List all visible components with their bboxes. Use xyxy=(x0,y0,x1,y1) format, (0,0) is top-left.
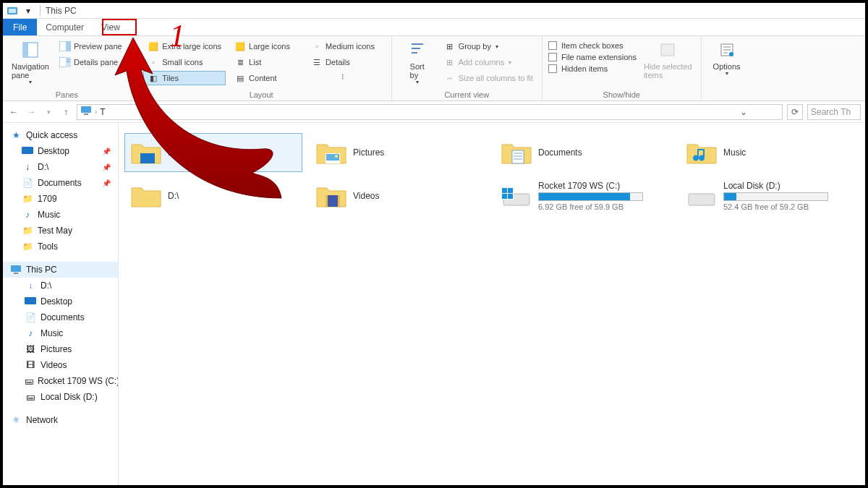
tab-file[interactable]: File xyxy=(3,19,37,35)
folder-desktop-icon xyxy=(130,138,162,167)
drive-d-icon xyxy=(686,181,718,210)
sidebar-item-music[interactable]: ♪Music xyxy=(3,207,118,223)
ribbon-group-layout: 🟨Extra large icons ▫️Small icons ◧Tiles … xyxy=(132,36,392,100)
size-columns-button: ↔Size all columns to fit xyxy=(441,71,536,85)
tab-view[interactable]: View xyxy=(93,19,129,35)
layout-small-icons[interactable]: ▫️Small icons xyxy=(143,55,226,69)
svg-point-12 xyxy=(729,52,733,56)
this-pc-icon xyxy=(80,106,92,118)
address-dropdown-icon[interactable]: ⌄ xyxy=(740,105,747,119)
svg-rect-28 xyxy=(326,195,328,207)
nav-pane-icon xyxy=(21,40,40,59)
svg-rect-29 xyxy=(338,195,340,207)
svg-rect-3 xyxy=(23,43,28,57)
tile-drive-d[interactable]: Local Disk (D:) 52.4 GB free of 59.2 GB xyxy=(680,176,858,215)
file-name-extensions-checkbox[interactable]: File name extensions xyxy=(548,52,637,62)
recent-locations-button[interactable]: ▾ xyxy=(42,106,55,119)
group-label-panes: Panes xyxy=(56,89,78,99)
sidebar-item-network[interactable]: ⚛Network xyxy=(3,412,118,428)
sidebar-pc-videos[interactable]: 🎞Videos xyxy=(3,357,118,373)
drive-c-usage-bar xyxy=(538,192,643,201)
options-button[interactable]: Options ▾ xyxy=(707,39,746,79)
tile-pictures[interactable]: Pictures xyxy=(310,133,488,172)
folder-pictures-icon xyxy=(315,138,347,167)
svg-rect-36 xyxy=(689,194,715,205)
search-input[interactable]: Search Th xyxy=(807,104,861,120)
sidebar-item-d-drive[interactable]: ↓D:\📌 xyxy=(3,159,118,175)
sidebar-item-documents[interactable]: 📄Documents📌 xyxy=(3,175,118,191)
app-icon xyxy=(6,4,19,17)
sidebar-pc-pictures[interactable]: 🖼Pictures xyxy=(3,341,118,357)
svg-rect-16 xyxy=(11,265,21,272)
svg-rect-7 xyxy=(66,57,71,67)
group-label-layout: Layout xyxy=(250,89,273,99)
svg-rect-23 xyxy=(512,150,524,163)
folder-videos-icon xyxy=(315,181,347,210)
svg-rect-1 xyxy=(9,9,16,13)
item-check-boxes-checkbox[interactable]: Item check boxes xyxy=(548,40,637,51)
sidebar-item-tools[interactable]: 📁Tools xyxy=(3,239,118,254)
sidebar-item-test-may[interactable]: 📁Test May xyxy=(3,223,118,239)
layout-medium-icons[interactable]: ▫️Medium icons xyxy=(307,39,379,53)
svg-rect-10 xyxy=(661,44,674,56)
svg-rect-19 xyxy=(140,153,155,163)
sort-by-button[interactable]: Sort by ▾ xyxy=(398,39,437,87)
breadcrumb[interactable]: T xyxy=(100,107,105,117)
layout-large-icons[interactable]: 🟨Large icons xyxy=(230,39,302,53)
layout-tiles[interactable]: ◧Tiles xyxy=(143,71,226,85)
svg-rect-18 xyxy=(25,297,36,304)
forward-button[interactable]: → xyxy=(25,106,38,119)
tile-documents[interactable]: Documents xyxy=(495,133,673,172)
drive-c-icon xyxy=(501,181,532,210)
ribbon-group-show-hide: Item check boxes File name extensions Hi… xyxy=(542,36,702,100)
sidebar-pc-drive-d[interactable]: 🖴Local Disk (D:) xyxy=(3,389,118,405)
ribbon-tabs: File Computer View xyxy=(3,19,865,36)
address-bar[interactable]: › T ⌄ xyxy=(77,104,783,120)
sidebar-pc-d[interactable]: ↓D:\ xyxy=(3,278,118,294)
hidden-items-checkbox[interactable]: Hidden items xyxy=(548,64,637,74)
layout-more[interactable]: ⁝ xyxy=(307,71,379,83)
folder-icon xyxy=(130,181,162,210)
preview-pane-button[interactable]: Preview pane xyxy=(56,39,125,53)
sidebar-pc-drive-c[interactable]: 🖴Rocket 1709 WS (C:) xyxy=(3,373,118,389)
sidebar-item-1709[interactable]: 📁1709 xyxy=(3,191,118,207)
tile-desktop[interactable]: Desktop xyxy=(124,133,302,172)
navigation-pane-button[interactable]: Navigation pane ▾ xyxy=(9,39,52,87)
svg-rect-15 xyxy=(22,147,33,154)
layout-details[interactable]: ☰Details xyxy=(307,55,379,69)
sidebar-pc-documents[interactable]: 📄Documents xyxy=(3,309,118,325)
refresh-button[interactable]: ⟳ xyxy=(787,104,803,120)
address-row: ← → ▾ ↑ › T ⌄ ⟳ Search Th xyxy=(3,101,865,123)
tile-music[interactable]: Music xyxy=(680,133,858,172)
qat-dropdown-icon[interactable]: ▾ xyxy=(22,4,35,17)
svg-rect-34 xyxy=(502,194,507,199)
tile-drive-c[interactable]: Rocket 1709 WS (C:) 6.92 GB free of 59.9… xyxy=(495,176,673,215)
layout-content[interactable]: ▤Content xyxy=(230,71,302,85)
sidebar-item-this-pc[interactable]: This PC xyxy=(3,262,118,278)
group-by-button[interactable]: ⊞Group by▾ xyxy=(441,39,536,53)
sidebar-pc-desktop[interactable]: Desktop xyxy=(3,294,118,309)
svg-rect-14 xyxy=(84,114,88,115)
content-area: Desktop Pictures Documents Music D:\ Vid… xyxy=(119,123,865,485)
sidebar-item-quick-access[interactable]: ★Quick access xyxy=(3,127,118,143)
add-columns-button: ⊞Add columns▾ xyxy=(441,55,536,69)
svg-rect-32 xyxy=(502,188,507,193)
tab-computer[interactable]: Computer xyxy=(37,19,93,35)
layout-extra-large-icons[interactable]: 🟨Extra large icons xyxy=(143,39,226,53)
layout-list[interactable]: ≣List xyxy=(230,55,302,69)
tile-d-drive-folder[interactable]: D:\ xyxy=(124,176,302,215)
sidebar-item-desktop[interactable]: Desktop📌 xyxy=(3,143,118,159)
up-button[interactable]: ↑ xyxy=(59,106,72,119)
drive-d-usage-bar xyxy=(723,192,828,201)
folder-music-icon xyxy=(686,138,718,167)
details-pane-button[interactable]: Details pane xyxy=(56,55,125,69)
folder-documents-icon xyxy=(501,138,532,167)
back-button[interactable]: ← xyxy=(7,106,20,119)
svg-point-22 xyxy=(335,155,338,158)
sidebar-pc-music[interactable]: ♪Music xyxy=(3,325,118,341)
title-bar: ▾ This PC xyxy=(3,3,865,19)
hide-selected-items-button: Hide selected items xyxy=(641,39,695,81)
ribbon: Navigation pane ▾ Preview pane Details p… xyxy=(3,36,865,101)
window-title: This PC xyxy=(46,6,77,16)
tile-videos[interactable]: Videos xyxy=(310,176,488,215)
